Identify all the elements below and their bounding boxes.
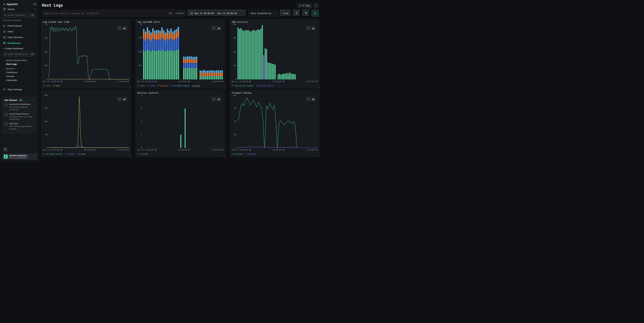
resize-handle[interactable] <box>318 87 319 88</box>
sidebar-item-label: Alerts <box>8 30 13 33</box>
x-axis: Nov 11 12:00:00 AM10:30:00 AM11:30:00 PM <box>232 80 318 83</box>
help-button[interactable]: ? <box>3 147 8 152</box>
sidebar-collapse-icon[interactable] <box>33 3 36 6</box>
date-range-picker[interactable]: Nov 11 00:00:00 - Nov 12 00:00:00 <box>188 10 246 17</box>
sql-toggle[interactable]: SQL <box>168 12 172 15</box>
y-tick: 300 <box>233 51 236 53</box>
chart-plot[interactable] <box>49 24 129 80</box>
tag-icon <box>299 5 302 7</box>
line-chart-icon[interactable] <box>213 27 215 30</box>
presets-section-header[interactable]: PRESETS <box>2 66 36 70</box>
run-query-button[interactable] <box>312 10 318 17</box>
y-tick: 150 <box>233 65 236 67</box>
x-label: 11:30:00 PM <box>212 149 223 152</box>
sidebar-item-dashboards[interactable]: Dashboards <box>2 40 36 46</box>
filter-button[interactable] <box>302 10 310 17</box>
search-icon <box>4 53 6 55</box>
saved-dashboards-input[interactable] <box>8 53 29 55</box>
sidebar-item-team-settings[interactable]: Team Settings <box>2 87 36 92</box>
granularity-dropdown[interactable]: Auto Granularity <box>248 10 278 17</box>
chart-type-toggle[interactable] <box>116 26 128 31</box>
sidebar-item-alerts[interactable]: Alerts <box>2 29 36 34</box>
legend-item: Blocked <box>245 153 256 155</box>
line-chart-icon[interactable] <box>307 98 310 100</box>
chart-plot[interactable] <box>49 95 129 148</box>
dashboard-menu-button[interactable] <box>314 3 318 8</box>
legend-more[interactable]: +4 more <box>192 85 200 87</box>
y-tick: 0 <box>46 79 48 80</box>
bar-chart-icon[interactable] <box>218 27 220 30</box>
chart-svg <box>143 24 223 79</box>
chart-type-toggle[interactable] <box>305 97 316 102</box>
legend-item: Allowed <box>232 153 242 155</box>
sidebar-item-label: Dashboards <box>8 42 21 44</box>
refresh-icon <box>296 12 298 15</box>
y-tick: 100 <box>44 121 48 122</box>
saved-dashboards-section-header[interactable]: SAVED DASHBOARDS <box>2 58 36 62</box>
y-tick: 90 <box>234 107 236 109</box>
line-chart-icon[interactable] <box>307 27 310 30</box>
preset-link-clickhouse[interactable]: ClickHouse <box>2 70 36 74</box>
bar-chart-icon[interactable] <box>312 27 314 30</box>
y-tick: 250 <box>44 65 48 67</box>
live-button[interactable]: Live <box>280 10 291 17</box>
chart-card-systemd-units: Top systemd units 02505007501K Nov 11 12… <box>135 19 225 89</box>
y-axis: 02505007501K <box>137 24 143 80</box>
line-chart-icon[interactable] <box>118 27 121 30</box>
line-chart-icon[interactable] <box>213 98 215 100</box>
bar-chart-icon[interactable] <box>312 98 314 100</box>
bar-chart-icon[interactable] <box>218 98 220 100</box>
chart-plot[interactable] <box>143 24 223 80</box>
x-axis: Nov 11 12:00:00 AM10:30:00 AM11:30:00 PM <box>232 149 318 152</box>
chart-type-toggle[interactable] <box>116 97 128 102</box>
chart-plot[interactable] <box>143 95 223 148</box>
tags-button[interactable]: 0 Tags <box>297 3 312 8</box>
sidebar-item-search[interactable]: Search <box>2 6 36 12</box>
saved-dashboards-searchbox[interactable]: ⌘K <box>3 52 36 57</box>
y-tick: 4 <box>141 121 142 122</box>
bar-chart-icon[interactable] <box>123 27 126 30</box>
get-started-card: Get Started 3/3 Connect to ClickHouse Se… <box>2 97 36 134</box>
resize-handle[interactable] <box>129 155 130 157</box>
y-tick: 500 <box>139 51 142 53</box>
chevron-up-icon[interactable] <box>32 99 34 101</box>
chart-title <box>43 92 129 95</box>
resize-handle[interactable] <box>224 155 225 157</box>
x-label: 11:30:00 PM <box>117 80 129 83</box>
create-dashboard-button[interactable]: + Create Dashboard <box>2 46 36 51</box>
chart-type-toggle[interactable] <box>211 97 222 102</box>
chart-card-service-restarts: Service restarts 02468 Nov 11 12:00:00 A… <box>135 90 225 157</box>
chart-type-toggle[interactable] <box>211 26 222 31</box>
event-search-input[interactable] <box>44 12 167 15</box>
resize-handle[interactable] <box>224 87 225 88</box>
lucene-toggle[interactable]: Lucene <box>176 12 184 15</box>
chart-plot[interactable] <box>238 24 318 80</box>
sidebar-item-chart-explorer[interactable]: Chart Explorer <box>2 23 36 29</box>
saved-searches-searchbox[interactable]: ⌘K <box>3 13 36 18</box>
x-label: Nov 11 12:00:00 AM <box>137 149 156 152</box>
preset-link-kubernetes[interactable]: Kubernetes <box>2 78 36 82</box>
event-search-box[interactable]: SQL | Lucene <box>42 10 186 17</box>
resize-handle[interactable] <box>129 87 130 88</box>
dashboard-link-host-logs[interactable]: Host Logs <box>2 62 36 66</box>
user-menu[interactable]: D dominic.tran@clic... dominic.tran@clic… <box>2 153 38 160</box>
resize-handle[interactable] <box>318 155 319 157</box>
chevron-up-icon[interactable] <box>34 42 36 44</box>
y-tick: 6 <box>141 107 142 109</box>
preset-link-services[interactable]: Services <box>2 74 36 78</box>
saved-searches-input[interactable] <box>8 14 29 17</box>
legend-item: sshd <box>78 153 85 155</box>
sidebar-item-client-sessions[interactable]: Client Sessions <box>2 34 36 40</box>
refresh-button[interactable] <box>293 10 300 17</box>
chart-plot[interactable] <box>238 95 318 148</box>
y-tick: 30 <box>234 134 236 136</box>
chevron-up-icon[interactable] <box>34 8 36 10</box>
legend-item: sshd <box>137 85 145 87</box>
chart-type-toggle[interactable] <box>305 26 316 31</box>
dashboards-grid-icon <box>3 42 6 44</box>
bar-chart-icon[interactable] <box>123 98 126 100</box>
y-tick: 0 <box>235 147 236 149</box>
line-chart-icon[interactable] <box>118 98 121 100</box>
get-started-title: Get Started <box>4 99 17 101</box>
legend-item: info <box>43 85 50 87</box>
